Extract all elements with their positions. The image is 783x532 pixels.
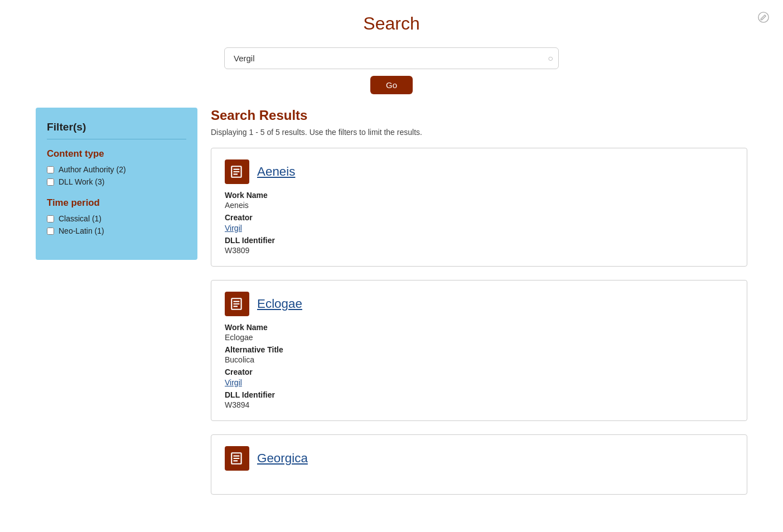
dll-id-label-aeneis: DLL Identifier [225,236,733,245]
result-title-link-aeneis[interactable]: Aeneis [257,165,295,179]
result-card-eclogae: Eclogae Work Name Eclogae Alternative Ti… [211,280,747,421]
result-card-header-aeneis: Aeneis [225,159,733,184]
dll-id-value-aeneis: W3809 [225,246,733,255]
result-title-link-georgica[interactable]: Georgica [257,451,308,466]
edit-icon-button[interactable] [757,11,770,25]
work-name-label-eclogae: Work Name [225,323,733,332]
result-title-link-eclogae[interactable]: Eclogae [257,297,302,311]
checkbox-neo-latin[interactable] [47,228,54,235]
result-card-header-georgica: Georgica [225,446,733,471]
sidebar: Filter(s) Content type Author Authority … [36,108,197,260]
go-button[interactable]: Go [370,76,413,94]
book-icon-aeneis [225,159,249,184]
filter-label-classical: Classical (1) [59,214,102,223]
work-name-value-eclogae: Eclogae [225,333,733,342]
search-bar-area: ○ Go [0,43,783,108]
work-name-value-aeneis: Aeneis [225,201,733,210]
filter-label-neo-latin: Neo-Latin (1) [59,226,104,235]
creator-label-eclogae: Creator [225,367,733,376]
alt-title-label-eclogae: Alternative Title [225,345,733,354]
checkbox-dll-work[interactable] [47,178,54,186]
book-svg-aeneis [230,165,244,179]
book-svg-georgica [230,451,244,466]
filter-section-content-type-label: Content type [47,148,186,159]
dll-id-value-eclogae: W3894 [225,400,733,409]
creator-link-aeneis[interactable]: Virgil [225,224,242,233]
filter-label-dll-work: DLL Work (3) [59,177,104,186]
sidebar-title: Filter(s) [47,121,186,133]
filter-item-neo-latin[interactable]: Neo-Latin (1) [47,226,186,235]
filter-item-dll-work[interactable]: DLL Work (3) [47,177,186,186]
filter-section-time-period: Time period Classical (1) Neo-Latin (1) [47,197,186,235]
dll-id-label-eclogae: DLL Identifier [225,390,733,399]
book-svg-eclogae [230,297,244,311]
alt-title-value-eclogae: Bucolica [225,355,733,364]
creator-link-eclogae[interactable]: Virgil [225,378,242,387]
results-area: Search Results Displaying 1 - 5 of 5 res… [211,108,747,508]
page-title: Search [0,13,783,34]
search-input[interactable] [224,47,559,69]
result-card-georgica: Georgica [211,434,747,495]
sidebar-divider [47,139,186,139]
svg-point-0 [758,12,768,22]
book-icon-eclogae [225,292,249,316]
results-summary: Displaying 1 - 5 of 5 results. Use the f… [211,128,747,137]
result-card-aeneis: Aeneis Work Name Aeneis Creator Virgil D… [211,148,747,267]
pencil-icon [757,11,770,23]
page-header: Search [0,0,783,43]
results-title: Search Results [211,108,747,123]
checkbox-author-authority[interactable] [47,166,54,173]
book-icon-georgica [225,446,249,471]
filter-item-classical[interactable]: Classical (1) [47,214,186,223]
creator-label-aeneis: Creator [225,213,733,222]
filter-item-author-authority[interactable]: Author Authority (2) [47,165,186,174]
filter-section-time-period-label: Time period [47,197,186,209]
main-content: Filter(s) Content type Author Authority … [18,108,765,508]
filter-section-content-type: Content type Author Authority (2) DLL Wo… [47,148,186,186]
work-name-label-aeneis: Work Name [225,191,733,200]
checkbox-classical[interactable] [47,215,54,223]
filter-label-author-authority: Author Authority (2) [59,165,126,174]
search-input-wrap: ○ [224,47,559,69]
result-card-header-eclogae: Eclogae [225,292,733,316]
